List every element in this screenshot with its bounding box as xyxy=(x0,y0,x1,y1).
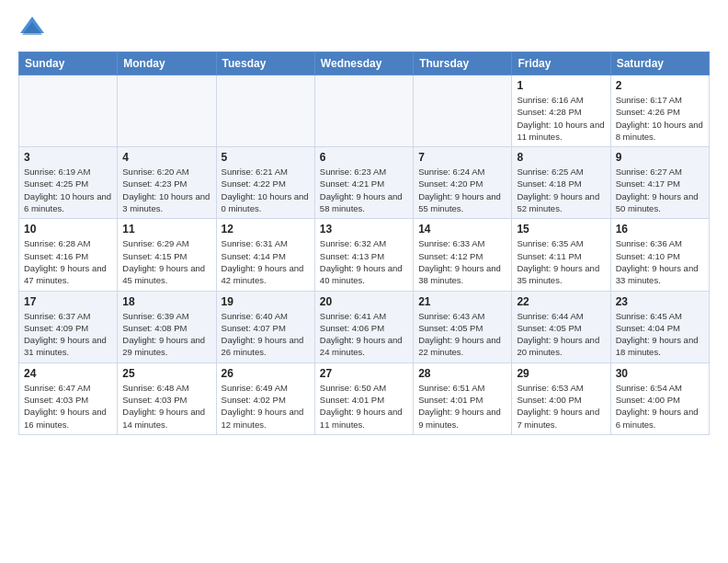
day-info: Sunrise: 6:47 AM Sunset: 4:03 PM Dayligh… xyxy=(24,382,112,431)
day-number: 16 xyxy=(616,223,704,236)
day-number: 8 xyxy=(517,151,605,164)
calendar-cell: 5Sunrise: 6:21 AM Sunset: 4:22 PM Daylig… xyxy=(216,147,314,219)
calendar-cell: 19Sunrise: 6:40 AM Sunset: 4:07 PM Dayli… xyxy=(216,291,314,362)
day-number: 18 xyxy=(122,295,210,308)
day-info: Sunrise: 6:27 AM Sunset: 4:17 PM Dayligh… xyxy=(616,166,704,214)
day-number: 23 xyxy=(616,295,704,308)
day-info: Sunrise: 6:35 AM Sunset: 4:11 PM Dayligh… xyxy=(517,237,605,286)
day-number: 24 xyxy=(24,367,112,380)
weekday-header-wednesday: Wednesday xyxy=(314,52,413,75)
calendar-cell: 10Sunrise: 6:28 AM Sunset: 4:16 PM Dayli… xyxy=(19,219,118,291)
day-number: 2 xyxy=(616,79,704,92)
calendar-cell: 7Sunrise: 6:24 AM Sunset: 4:20 PM Daylig… xyxy=(414,147,512,219)
day-info: Sunrise: 6:21 AM Sunset: 4:22 PM Dayligh… xyxy=(222,166,310,214)
calendar-cell: 17Sunrise: 6:37 AM Sunset: 4:09 PM Dayli… xyxy=(19,291,118,362)
calendar-cell: 22Sunrise: 6:44 AM Sunset: 4:05 PM Dayli… xyxy=(512,291,610,362)
day-number: 4 xyxy=(122,151,210,164)
header xyxy=(18,15,710,42)
day-number: 30 xyxy=(616,367,704,380)
weekday-header-saturday: Saturday xyxy=(610,52,709,75)
day-info: Sunrise: 6:31 AM Sunset: 4:14 PM Dayligh… xyxy=(222,237,310,286)
day-number: 17 xyxy=(24,295,112,308)
day-info: Sunrise: 6:36 AM Sunset: 4:10 PM Dayligh… xyxy=(616,237,704,286)
day-info: Sunrise: 6:29 AM Sunset: 4:15 PM Dayligh… xyxy=(122,237,210,286)
weekday-header-thursday: Thursday xyxy=(414,52,512,75)
day-info: Sunrise: 6:45 AM Sunset: 4:04 PM Dayligh… xyxy=(616,310,704,359)
day-info: Sunrise: 6:23 AM Sunset: 4:21 PM Dayligh… xyxy=(320,166,408,214)
weekday-header-sunday: Sunday xyxy=(19,52,118,75)
day-number: 5 xyxy=(222,151,310,164)
day-info: Sunrise: 6:28 AM Sunset: 4:16 PM Dayligh… xyxy=(24,237,112,286)
day-number: 28 xyxy=(418,367,506,380)
day-info: Sunrise: 6:43 AM Sunset: 4:05 PM Dayligh… xyxy=(418,310,506,359)
day-info: Sunrise: 6:51 AM Sunset: 4:01 PM Dayligh… xyxy=(418,382,506,431)
calendar-cell: 1Sunrise: 6:16 AM Sunset: 4:28 PM Daylig… xyxy=(512,75,610,147)
day-info: Sunrise: 6:33 AM Sunset: 4:12 PM Dayligh… xyxy=(418,237,506,286)
day-number: 25 xyxy=(122,367,210,380)
calendar-cell xyxy=(19,75,118,147)
day-info: Sunrise: 6:37 AM Sunset: 4:09 PM Dayligh… xyxy=(24,310,112,359)
calendar-cell: 13Sunrise: 6:32 AM Sunset: 4:13 PM Dayli… xyxy=(314,219,413,291)
day-info: Sunrise: 6:41 AM Sunset: 4:06 PM Dayligh… xyxy=(320,310,408,359)
calendar-cell xyxy=(118,75,216,147)
calendar-cell: 28Sunrise: 6:51 AM Sunset: 4:01 PM Dayli… xyxy=(414,362,512,434)
calendar-cell: 20Sunrise: 6:41 AM Sunset: 4:06 PM Dayli… xyxy=(314,291,413,362)
calendar-cell: 18Sunrise: 6:39 AM Sunset: 4:08 PM Dayli… xyxy=(118,291,216,362)
calendar-cell: 26Sunrise: 6:49 AM Sunset: 4:02 PM Dayli… xyxy=(216,362,314,434)
day-info: Sunrise: 6:25 AM Sunset: 4:18 PM Dayligh… xyxy=(517,166,605,214)
day-number: 26 xyxy=(222,367,310,380)
calendar-cell xyxy=(414,75,512,147)
calendar-cell: 4Sunrise: 6:20 AM Sunset: 4:23 PM Daylig… xyxy=(118,147,216,219)
calendar-cell: 12Sunrise: 6:31 AM Sunset: 4:14 PM Dayli… xyxy=(216,219,314,291)
day-number: 20 xyxy=(320,295,408,308)
day-info: Sunrise: 6:40 AM Sunset: 4:07 PM Dayligh… xyxy=(222,310,310,359)
calendar-cell: 24Sunrise: 6:47 AM Sunset: 4:03 PM Dayli… xyxy=(19,362,118,434)
day-number: 19 xyxy=(222,295,310,308)
day-info: Sunrise: 6:20 AM Sunset: 4:23 PM Dayligh… xyxy=(122,166,210,214)
day-number: 13 xyxy=(320,223,408,236)
calendar-cell: 30Sunrise: 6:54 AM Sunset: 4:00 PM Dayli… xyxy=(610,362,709,434)
day-number: 3 xyxy=(24,151,112,164)
calendar-cell: 11Sunrise: 6:29 AM Sunset: 4:15 PM Dayli… xyxy=(118,219,216,291)
calendar-cell: 2Sunrise: 6:17 AM Sunset: 4:26 PM Daylig… xyxy=(610,75,709,147)
calendar-cell: 23Sunrise: 6:45 AM Sunset: 4:04 PM Dayli… xyxy=(610,291,709,362)
calendar-cell: 16Sunrise: 6:36 AM Sunset: 4:10 PM Dayli… xyxy=(610,219,709,291)
calendar-cell: 21Sunrise: 6:43 AM Sunset: 4:05 PM Dayli… xyxy=(414,291,512,362)
calendar-cell: 25Sunrise: 6:48 AM Sunset: 4:03 PM Dayli… xyxy=(118,362,216,434)
calendar-cell: 27Sunrise: 6:50 AM Sunset: 4:01 PM Dayli… xyxy=(314,362,413,434)
calendar-cell: 3Sunrise: 6:19 AM Sunset: 4:25 PM Daylig… xyxy=(19,147,118,219)
calendar-table: SundayMondayTuesdayWednesdayThursdayFrid… xyxy=(18,52,710,435)
weekday-header-monday: Monday xyxy=(118,52,216,75)
calendar-cell xyxy=(314,75,413,147)
calendar-cell: 8Sunrise: 6:25 AM Sunset: 4:18 PM Daylig… xyxy=(512,147,610,219)
calendar-cell: 15Sunrise: 6:35 AM Sunset: 4:11 PM Dayli… xyxy=(512,219,610,291)
calendar-cell xyxy=(216,75,314,147)
calendar-cell: 29Sunrise: 6:53 AM Sunset: 4:00 PM Dayli… xyxy=(512,362,610,434)
day-info: Sunrise: 6:19 AM Sunset: 4:25 PM Dayligh… xyxy=(24,166,112,214)
day-number: 7 xyxy=(418,151,506,164)
day-info: Sunrise: 6:50 AM Sunset: 4:01 PM Dayligh… xyxy=(320,382,408,431)
day-number: 22 xyxy=(517,295,605,308)
page: SundayMondayTuesdayWednesdayThursdayFrid… xyxy=(0,0,728,563)
day-info: Sunrise: 6:48 AM Sunset: 4:03 PM Dayligh… xyxy=(122,382,210,431)
day-info: Sunrise: 6:24 AM Sunset: 4:20 PM Dayligh… xyxy=(418,166,506,214)
day-number: 12 xyxy=(222,223,310,236)
day-number: 9 xyxy=(616,151,704,164)
weekday-header-friday: Friday xyxy=(512,52,610,75)
day-info: Sunrise: 6:54 AM Sunset: 4:00 PM Dayligh… xyxy=(616,382,704,431)
day-number: 11 xyxy=(122,223,210,236)
day-number: 29 xyxy=(517,367,605,380)
day-number: 1 xyxy=(517,79,605,92)
calendar-cell: 9Sunrise: 6:27 AM Sunset: 4:17 PM Daylig… xyxy=(610,147,709,219)
day-info: Sunrise: 6:49 AM Sunset: 4:02 PM Dayligh… xyxy=(222,382,310,431)
calendar-cell: 14Sunrise: 6:33 AM Sunset: 4:12 PM Dayli… xyxy=(414,219,512,291)
day-info: Sunrise: 6:39 AM Sunset: 4:08 PM Dayligh… xyxy=(122,310,210,359)
logo xyxy=(18,15,50,42)
day-info: Sunrise: 6:53 AM Sunset: 4:00 PM Dayligh… xyxy=(517,382,605,431)
calendar-cell: 6Sunrise: 6:23 AM Sunset: 4:21 PM Daylig… xyxy=(314,147,413,219)
day-number: 21 xyxy=(418,295,506,308)
day-number: 27 xyxy=(320,367,408,380)
day-info: Sunrise: 6:44 AM Sunset: 4:05 PM Dayligh… xyxy=(517,310,605,359)
weekday-header-tuesday: Tuesday xyxy=(216,52,314,75)
day-info: Sunrise: 6:17 AM Sunset: 4:26 PM Dayligh… xyxy=(616,94,704,143)
